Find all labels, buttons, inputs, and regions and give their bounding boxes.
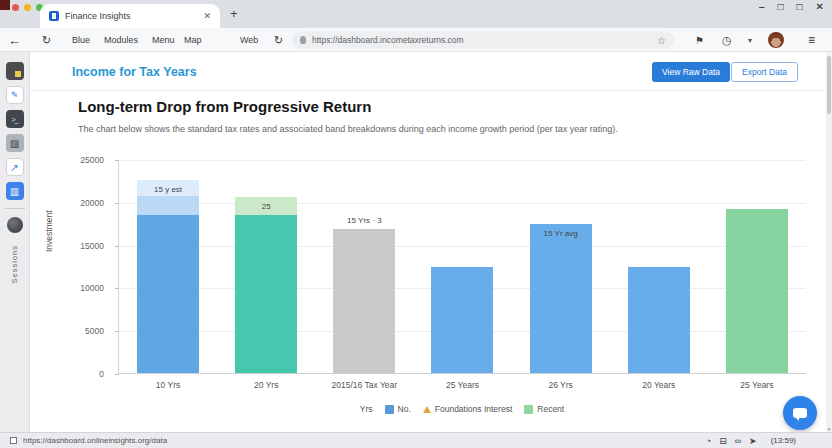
legend-label: No.: [398, 404, 411, 414]
bar-segment[interactable]: [137, 215, 199, 373]
tab-favicon-icon: [49, 11, 59, 21]
menu-item-map[interactable]: Map: [184, 28, 202, 52]
chart-title: Long-term Drop from Progressive Return: [78, 98, 371, 115]
reload-icon[interactable]: ↻: [42, 28, 51, 52]
extensions-icon[interactable]: ⚑: [695, 28, 704, 52]
chat-fab-button[interactable]: [783, 396, 817, 430]
view-raw-data-button[interactable]: View Raw Data: [652, 62, 730, 82]
tab-title: Finance Insights: [65, 11, 197, 21]
checkbox-icon[interactable]: [10, 437, 17, 444]
y-tick-label: 20000: [80, 198, 104, 208]
web-label[interactable]: Web: [240, 28, 258, 52]
browser-toolbar: ← ↻ Blue Modules Menu Map Web ↻ https://…: [0, 28, 832, 52]
bar[interactable]: [628, 267, 690, 373]
minimize-light-icon[interactable]: [24, 4, 31, 11]
x-tick-label: 25 Years: [413, 380, 511, 390]
y-tick-label: 0: [99, 369, 104, 379]
traffic-lights: [12, 4, 43, 11]
menu-item-blue[interactable]: Blue: [72, 28, 90, 52]
legend-label: Recent: [537, 404, 564, 414]
bar-slot: 15 y est10 Yrs: [119, 160, 217, 373]
x-tick-label: 26 Yrs: [512, 380, 610, 390]
x-tick-label: 10 Yrs: [119, 380, 217, 390]
legend-swatch-icon: [385, 405, 394, 414]
legend-item[interactable]: Recent: [524, 404, 564, 414]
bar-slot: 15 Yrs · 32015/16 Tax Year: [315, 160, 413, 373]
new-tab-button[interactable]: +: [230, 6, 238, 21]
y-axis-title: Investment: [44, 210, 54, 252]
screen: Finance Insights ✕ + – □ □ ✕ ← ↻ Blue Mo…: [0, 0, 832, 448]
send-icon[interactable]: ➤: [749, 436, 757, 446]
hamburger-menu-icon[interactable]: ≡: [808, 28, 815, 52]
bar-segment[interactable]: [137, 196, 199, 215]
header-divider: [30, 90, 826, 91]
chevron-down-icon[interactable]: ▾: [748, 28, 752, 52]
address-bar[interactable]: https://dashboard.incometaxreturns.com ☆: [292, 31, 674, 49]
tick-mark: [115, 374, 119, 375]
bar[interactable]: [726, 209, 788, 373]
bar[interactable]: [137, 180, 199, 373]
bar[interactable]: [530, 224, 592, 373]
status-icons: ◔⊟∞➤: [698, 436, 757, 446]
bar-segment[interactable]: [726, 209, 788, 373]
x-tick-label: 25 Years: [708, 380, 806, 390]
bar[interactable]: [235, 197, 297, 373]
terminal-icon[interactable]: >_: [6, 110, 24, 128]
bar-slot: 2520 Yrs: [217, 160, 315, 373]
x-tick-label: 20 Years: [610, 380, 708, 390]
bar-segment[interactable]: [431, 267, 493, 373]
refresh-icon[interactable]: ↻: [274, 28, 283, 52]
gallery-icon[interactable]: ▨: [6, 134, 24, 152]
export-data-button[interactable]: Export Data: [731, 62, 798, 82]
maximize-button[interactable]: □: [778, 1, 784, 12]
status-url: https://dashboard.onlineinsights.org/dat…: [23, 436, 167, 445]
share-icon[interactable]: ↗: [6, 158, 24, 176]
page-title: Income for Tax Years: [72, 65, 197, 79]
browser-tab[interactable]: Finance Insights ✕: [40, 4, 220, 28]
y-tick-label: 5000: [85, 326, 104, 336]
browser-globe-icon[interactable]: [7, 217, 23, 233]
bar-slot: 25 Years: [413, 160, 511, 373]
bar-annotation: 15 Yrs · 3: [347, 216, 382, 225]
tab-close-icon[interactable]: ✕: [203, 11, 211, 21]
bar-segment[interactable]: [333, 229, 395, 373]
status-time: (13:59): [771, 436, 796, 445]
clock-icon[interactable]: ◔: [706, 436, 711, 446]
history-icon[interactable]: ◷: [722, 28, 732, 52]
link-icon[interactable]: ∞: [735, 436, 741, 446]
chart-subtitle: The chart below shows the standard tax r…: [78, 124, 718, 134]
bar[interactable]: [333, 229, 395, 373]
window-icon[interactable]: ⊟: [719, 436, 727, 446]
close-button[interactable]: ✕: [816, 1, 824, 12]
menu-item-menu[interactable]: Menu: [152, 28, 175, 52]
bar-annotation: 15 y est: [154, 185, 182, 194]
restore-button[interactable]: □: [797, 1, 803, 12]
avatar[interactable]: [768, 32, 784, 48]
lock-icon: [300, 36, 306, 44]
bookmark-star-icon[interactable]: ☆: [657, 35, 666, 46]
back-icon[interactable]: ←: [8, 28, 21, 52]
chat-bubble-icon: [793, 408, 807, 418]
legend-item[interactable]: Foundations Interest: [423, 404, 513, 414]
edit-icon[interactable]: ✎: [6, 86, 24, 104]
menu-item-modules[interactable]: Modules: [104, 28, 138, 52]
bar[interactable]: [431, 267, 493, 373]
bar-annotation: 15 Yr avg: [544, 229, 578, 238]
window-controls: – □ □ ✕: [759, 1, 824, 12]
legend-swatch-icon: [524, 405, 533, 414]
corner-accent: [0, 0, 10, 10]
legend-prefix: Yrs: [360, 404, 373, 414]
close-light-icon[interactable]: [12, 4, 19, 11]
notes-icon[interactable]: [6, 62, 24, 80]
bar-segment[interactable]: [628, 267, 690, 373]
analytics-icon[interactable]: ▥: [6, 182, 24, 200]
scrollbar-thumb[interactable]: [827, 56, 831, 114]
legend-item[interactable]: No.: [385, 404, 411, 414]
legend-label: Foundations Interest: [435, 404, 513, 414]
scrollbar[interactable]: ▾: [826, 52, 832, 432]
bar-segment[interactable]: [530, 224, 592, 373]
minimize-button[interactable]: –: [759, 1, 765, 12]
bar-segment[interactable]: [235, 215, 297, 373]
tab-strip: Finance Insights ✕ + – □ □ ✕: [0, 0, 832, 28]
url-text[interactable]: https://dashboard.incometaxreturns.com: [312, 35, 651, 45]
